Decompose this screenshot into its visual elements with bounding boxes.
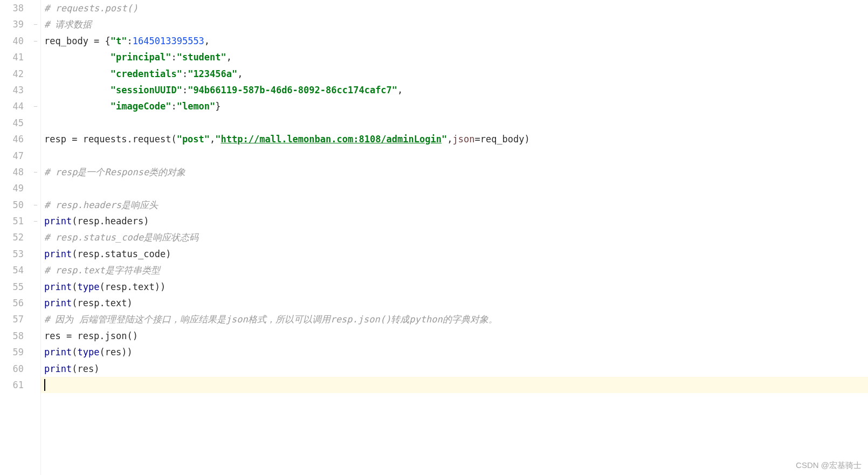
code-token: ( [72, 216, 77, 226]
code-token: " [442, 134, 447, 144]
code-token: ( [99, 347, 105, 357]
code-token: ( [72, 249, 77, 259]
code-token: print [44, 216, 72, 226]
fold-slot [33, 197, 40, 213]
line-number: 43 [0, 82, 24, 98]
code-token: )) [155, 281, 166, 292]
fold-slot [33, 148, 40, 164]
code-line[interactable]: print(type(resp.text)) [41, 279, 868, 295]
code-line[interactable]: # resp是一个Response类的对象 [41, 164, 868, 180]
fold-slot [33, 246, 40, 262]
code-token: "principal" [111, 52, 171, 63]
code-line[interactable] [41, 180, 868, 196]
line-number: 52 [0, 229, 24, 245]
code-token [44, 101, 111, 112]
code-token: "lemon" [177, 101, 216, 112]
code-token: : [171, 101, 176, 112]
watermark-text: CSDN @宏基骑士 [796, 460, 862, 471]
code-line[interactable]: print(res) [41, 361, 868, 377]
code-token: resp.status_code [77, 249, 166, 259]
code-token: )) [121, 347, 132, 357]
line-number: 41 [0, 49, 24, 65]
line-number-gutter: 3839404142434445464748495051525354555657… [0, 0, 33, 475]
code-line[interactable]: print(type(res)) [41, 344, 868, 360]
code-token: ( [72, 281, 77, 292]
fold-slot [33, 66, 40, 82]
code-token: http://mall.lemonban.com:8108/adminLogin [221, 134, 442, 144]
fold-slot [33, 98, 40, 114]
code-token: type [77, 347, 99, 357]
code-line[interactable]: # 因为 后端管理登陆这个接口，响应结果是json格式，所以可以调用resp.j… [41, 311, 868, 327]
fold-slot [33, 131, 40, 147]
code-line[interactable]: "sessionUUID":"94b66119-587b-46d6-8092-8… [41, 82, 868, 98]
code-line[interactable]: print(resp.headers) [41, 213, 868, 229]
code-token: : [127, 36, 133, 46]
code-token: = [474, 134, 480, 144]
fold-slot [33, 262, 40, 278]
code-line[interactable]: # resp.headers是响应头 [41, 197, 868, 213]
code-line[interactable]: print(resp.status_code) [41, 246, 868, 262]
fold-slot [33, 279, 40, 295]
code-line[interactable] [41, 148, 868, 164]
code-token: # resp.text是字符串类型 [44, 265, 160, 276]
code-token: "t" [111, 36, 127, 46]
code-token: print [44, 363, 72, 374]
code-line[interactable]: # resp.status_code是响应状态码 [41, 229, 868, 245]
code-token: "imageCode" [111, 101, 171, 112]
code-token: req_body = { [44, 36, 111, 46]
code-token: resp.text [105, 281, 155, 292]
fold-slot [33, 33, 40, 49]
code-line[interactable]: resp = requests.request("post","http://m… [41, 131, 868, 147]
code-token: ( [72, 298, 77, 308]
fold-slot [33, 328, 40, 344]
code-token: resp.headers [77, 216, 143, 226]
code-line[interactable] [41, 377, 868, 393]
code-line[interactable] [41, 115, 868, 131]
code-line[interactable]: "principal":"student", [41, 49, 868, 65]
fold-slot [33, 213, 40, 229]
code-token: ) [166, 249, 171, 259]
code-line[interactable]: # resp.text是字符串类型 [41, 262, 868, 278]
code-editor[interactable]: # requests.post()# 请求数据req_body = {"t":1… [41, 0, 868, 475]
line-number: 60 [0, 361, 24, 377]
code-token: ) [143, 216, 149, 226]
code-token: print [44, 347, 72, 357]
line-number: 39 [0, 16, 24, 32]
code-token: : [182, 68, 188, 79]
line-number: 40 [0, 33, 24, 49]
vertical-scrollbar[interactable] [862, 0, 868, 475]
code-token: print [44, 298, 72, 308]
code-line[interactable]: "credentials":"123456a", [41, 66, 868, 82]
line-number: 55 [0, 279, 24, 295]
line-number: 44 [0, 98, 24, 114]
text-cursor [44, 379, 45, 391]
code-token: "sessionUUID" [111, 85, 182, 95]
code-token: # 请求数据 [44, 19, 92, 30]
code-token: " [215, 134, 221, 144]
line-number: 50 [0, 197, 24, 213]
code-line[interactable]: print(resp.text) [41, 295, 868, 311]
code-token: res = resp.json() [44, 331, 138, 341]
code-token: ( [72, 347, 77, 357]
fold-slot [33, 115, 40, 131]
code-token: ( [72, 363, 77, 374]
code-token: # 因为 后端管理登陆这个接口，响应结果是json格式，所以可以调用resp.j… [44, 314, 498, 325]
code-line[interactable]: # requests.post() [41, 0, 868, 16]
code-token: , [447, 134, 452, 144]
line-number: 38 [0, 0, 24, 16]
code-token: } [215, 101, 221, 112]
code-line[interactable]: res = resp.json() [41, 328, 868, 344]
code-token: 1645013395553 [133, 36, 204, 46]
fold-slot [33, 180, 40, 196]
code-line[interactable]: req_body = {"t":1645013395553, [41, 33, 868, 49]
fold-slot [33, 0, 40, 16]
line-number: 46 [0, 131, 24, 147]
code-line[interactable]: "imageCode":"lemon"} [41, 98, 868, 114]
code-token: "post" [177, 134, 210, 144]
line-number: 47 [0, 148, 24, 164]
code-token: "student" [177, 52, 226, 63]
code-token: ( [99, 281, 105, 292]
fold-slot [33, 49, 40, 65]
code-line[interactable]: # 请求数据 [41, 16, 868, 32]
code-token: , [210, 134, 215, 144]
